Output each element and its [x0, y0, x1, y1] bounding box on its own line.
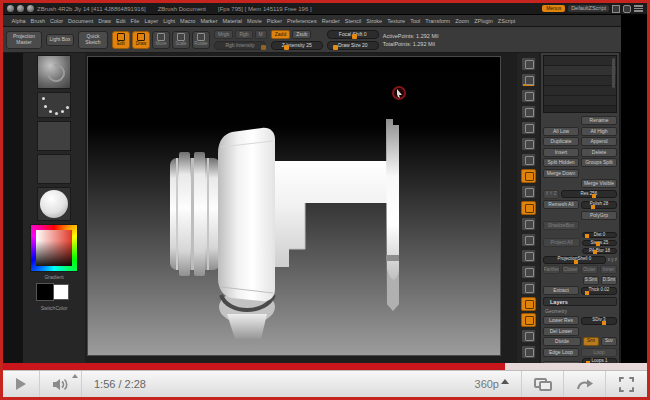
menu-tool[interactable]: Tool [408, 18, 423, 24]
lower-res-button[interactable]: Lower Res [543, 316, 579, 325]
duplicate-button[interactable]: Duplicate [543, 137, 579, 146]
subtool-list-row[interactable] [544, 66, 616, 76]
scale-mode-button[interactable]: Scale [172, 31, 190, 49]
edit-mode-button[interactable]: Edit [112, 31, 130, 49]
quality-button[interactable]: 360p [475, 378, 509, 390]
menu-stencil[interactable]: Stencil [342, 18, 364, 24]
material-thumbnail[interactable] [37, 187, 71, 221]
menu-draw[interactable]: Draw [96, 18, 114, 24]
menu-file[interactable]: File [128, 18, 142, 24]
zsub-toggle[interactable]: Zsub [292, 30, 311, 39]
menu-material[interactable]: Material [220, 18, 245, 24]
slider-knob[interactable] [284, 45, 289, 50]
right-shelf-icon[interactable] [521, 121, 536, 135]
geometry-section-label[interactable]: Geometry [545, 308, 617, 314]
seek-bar[interactable] [3, 363, 647, 370]
all-high-button[interactable]: All High [581, 127, 617, 136]
dist-slider[interactable]: Dist 0 [582, 232, 617, 239]
right-shelf-icon[interactable] [521, 105, 536, 119]
seek-bar-played[interactable] [3, 363, 505, 370]
remesh-all-button[interactable]: Remesh All [543, 200, 579, 209]
loop-button[interactable]: Loop [581, 348, 617, 357]
menu-marker[interactable]: Marker [198, 18, 220, 24]
stroke-thumbnail[interactable] [37, 92, 71, 118]
xyz-mini-toggle[interactable]: x y z [608, 257, 617, 262]
menu-alpha[interactable]: Alpha [9, 18, 28, 24]
projection-shell-slider[interactable]: ProjectionShell 0 [543, 256, 606, 264]
menu-zoom[interactable]: Zoom [453, 18, 472, 24]
steps-slider[interactable]: Steps 25 [582, 240, 617, 247]
right-shelf-icon[interactable] [521, 297, 536, 311]
brush-thumbnail[interactable] [37, 55, 71, 89]
res-slider[interactable]: Res 256 [561, 190, 617, 198]
d-smt-toggle[interactable]: D.Smt [601, 276, 617, 285]
lightbox-button[interactable]: Light Box [46, 34, 74, 46]
right-shelf-icon[interactable] [521, 281, 536, 295]
sym-xyz-toggle[interactable]: X Y Z [543, 190, 559, 199]
groups-split-button[interactable]: Groups Split [581, 158, 617, 167]
thick-slider[interactable]: Thick 0.02 [581, 287, 617, 295]
right-shelf-icon[interactable] [521, 201, 536, 215]
menu-preferences[interactable]: Preferences [285, 18, 320, 24]
window-icon[interactable] [17, 5, 24, 12]
subtool-list-row[interactable] [544, 86, 616, 96]
right-shelf-icon[interactable] [521, 265, 536, 279]
right-shelf-icon[interactable] [521, 169, 536, 183]
rotate-mode-button[interactable]: Rotate [192, 31, 210, 49]
subtool-list-row[interactable] [544, 76, 616, 86]
quick-sketch-button[interactable]: Quick Sketch [78, 31, 108, 49]
split-hidden-button[interactable]: Split Hidden [543, 158, 579, 167]
window-icon[interactable] [7, 5, 14, 12]
volume-button[interactable] [40, 371, 82, 397]
m-toggle[interactable]: M [255, 30, 267, 39]
alpha-thumbnail[interactable] [37, 121, 71, 151]
menu-layer[interactable]: Layer [142, 18, 161, 24]
right-shelf-icon[interactable] [521, 313, 536, 327]
switch-color-label[interactable]: SwitchColor [41, 306, 68, 311]
player-size-button[interactable] [521, 371, 563, 397]
slider-knob[interactable] [352, 34, 357, 39]
focal-shift-slider[interactable]: Focal Shift 0 [327, 30, 379, 39]
project-all-button[interactable]: Project All [543, 238, 580, 247]
menu-icon[interactable] [634, 5, 643, 12]
menu-document[interactable]: Document [66, 18, 96, 24]
right-shelf-icon[interactable] [521, 233, 536, 247]
rgb-toggle[interactable]: Rgb [235, 30, 252, 39]
draw-mode-button[interactable]: Draw [132, 31, 150, 49]
menu-transform[interactable]: Transform [423, 18, 453, 24]
right-shelf-icon[interactable] [521, 89, 536, 103]
right-shelf-icon[interactable] [521, 137, 536, 151]
subtool-list[interactable] [543, 55, 617, 113]
slider-knob[interactable] [261, 45, 266, 50]
draw-size-slider[interactable]: Draw Size 20 [327, 41, 379, 50]
outer-button[interactable]: Outer [581, 265, 598, 274]
menu-color[interactable]: Color [47, 18, 65, 24]
suv-toggle[interactable]: Suv [601, 337, 617, 346]
menu-macro[interactable]: Macro [178, 18, 198, 24]
divide-button[interactable]: Divide [543, 337, 581, 346]
scrollbar[interactable] [612, 58, 615, 88]
menu-picker[interactable]: Picker [264, 18, 284, 24]
menu-light[interactable]: Light [161, 18, 178, 24]
right-shelf-icon[interactable] [521, 153, 536, 167]
menu-movie[interactable]: Movie [245, 18, 265, 24]
popout-button[interactable] [563, 371, 605, 397]
right-shelf-icon[interactable] [521, 249, 536, 263]
merge-down-button[interactable]: Merge Down [543, 169, 579, 178]
rgb-intensity-slider[interactable]: Rgb Intensity [214, 41, 266, 50]
right-shelf-icon[interactable] [521, 57, 536, 71]
all-low-button[interactable]: All Low [543, 127, 579, 136]
color-picker[interactable] [30, 224, 78, 272]
secondary-color-swatch[interactable] [53, 284, 69, 300]
right-shelf-icon[interactable] [521, 185, 536, 199]
s-smt-toggle[interactable]: S.Smt [583, 276, 599, 285]
menu-zplugin[interactable]: ZPlugin [472, 18, 496, 24]
insert-button[interactable]: Insert [543, 148, 579, 157]
edge-loop-button[interactable]: Edge Loop [543, 348, 579, 357]
menu-edit[interactable]: Edit [114, 18, 128, 24]
document-icon[interactable] [612, 5, 620, 13]
fullscreen-button[interactable] [605, 371, 647, 397]
pa-blur-slider[interactable]: PA Blur 18 [582, 248, 617, 255]
document-canvas[interactable] [88, 57, 500, 355]
del-lower-button[interactable]: Del Lower [543, 327, 579, 336]
